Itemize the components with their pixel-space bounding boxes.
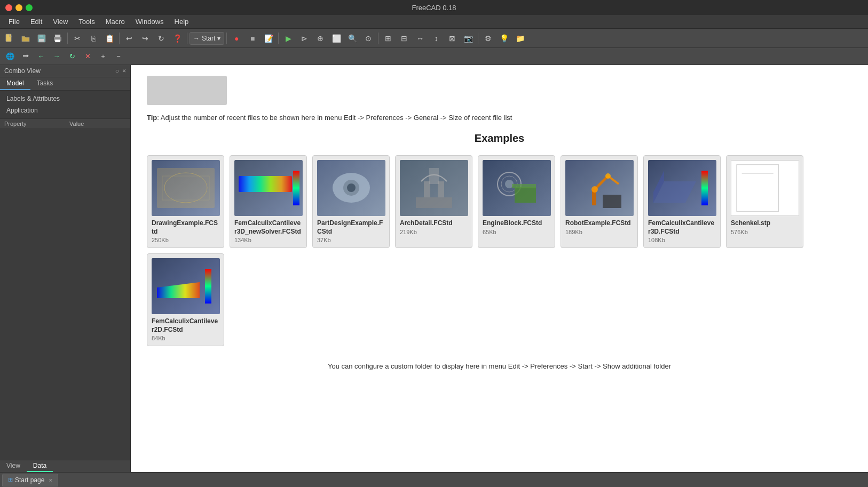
example-card[interactable]: DrawingExample.FCStd250Kb <box>147 155 224 248</box>
sidebar-item-application[interactable]: Application <box>0 105 130 116</box>
sidebar-tabs: Model Tasks <box>0 77 130 91</box>
sidebar-item-labels[interactable]: Labels & Attributes <box>0 93 130 105</box>
minimize-button[interactable] <box>15 4 22 11</box>
toolbar-separator-1 <box>67 33 68 44</box>
menu-tools[interactable]: Tools <box>74 17 99 27</box>
example-card[interactable]: RobotExample.FCStd189Kb <box>561 155 638 248</box>
menu-help[interactable]: Help <box>170 17 193 27</box>
menu-edit[interactable]: Edit <box>26 17 46 27</box>
tab-data[interactable]: Data <box>27 460 53 472</box>
print-button[interactable] <box>50 31 65 46</box>
start-page-tab[interactable]: ⊞ Start page × <box>2 474 58 486</box>
example-name: EngineBlock.FCStd <box>483 219 550 228</box>
nav-forward-button[interactable]: ⮕ <box>19 50 33 63</box>
svg-rect-23 <box>429 168 439 184</box>
example-card[interactable]: Schenkel.stp576Kb <box>726 155 803 248</box>
fit-all-button[interactable]: ⊞ <box>381 31 396 46</box>
start-page-close-button[interactable]: × <box>49 477 52 483</box>
example-size: 65Kb <box>483 229 550 235</box>
refresh-button[interactable]: ↻ <box>154 31 169 46</box>
nav-next-button[interactable]: → <box>50 50 64 63</box>
save-button[interactable] <box>34 31 49 46</box>
title-bar: FreeCAD 0.18 <box>0 0 868 15</box>
svg-rect-5 <box>55 35 60 37</box>
undo-button[interactable]: ↩ <box>122 31 137 46</box>
combo-close-button[interactable]: × <box>122 67 126 75</box>
light-button[interactable]: 💡 <box>496 31 511 46</box>
example-card[interactable]: FemCalculixCantilever3D_newSolver.FCStd1… <box>230 155 307 248</box>
fit-sel-button[interactable]: ⊟ <box>397 31 412 46</box>
property-panel: Property Value <box>0 118 130 460</box>
example-size: 37Kb <box>317 237 385 243</box>
window-title: FreeCAD 0.18 <box>412 4 456 12</box>
example-card[interactable]: FemCalculixCantilever3D.FCStd108Kb <box>643 155 721 248</box>
record-button[interactable]: ● <box>229 31 244 46</box>
sidebar: Combo View ○ × Model Tasks Labels & Attr… <box>0 65 131 472</box>
start-page-icon: ⊞ <box>8 476 13 483</box>
menu-macro[interactable]: Macro <box>101 17 129 27</box>
window-controls[interactable] <box>5 4 33 11</box>
view-top-button[interactable]: ⊠ <box>445 31 460 46</box>
maximize-button[interactable] <box>26 4 33 11</box>
what-this-button[interactable]: ❓ <box>170 31 185 46</box>
cut-button[interactable]: ✂ <box>70 31 85 46</box>
svg-rect-6 <box>55 39 60 42</box>
nav-minus-button[interactable]: − <box>112 50 125 63</box>
nav-add-button[interactable]: + <box>96 50 110 63</box>
example-thumbnail <box>317 160 385 216</box>
value-col-label: Value <box>65 119 130 129</box>
workbench-selector[interactable]: → Start ▾ <box>190 32 224 45</box>
play-button[interactable]: ▶ <box>281 31 296 46</box>
example-size: 84Kb <box>152 335 219 341</box>
menu-file[interactable]: File <box>4 17 24 27</box>
tab-model[interactable]: Model <box>0 77 30 90</box>
settings-button[interactable]: ⚙ <box>480 31 495 46</box>
example-thumbnail <box>483 160 551 216</box>
example-size: 576Kb <box>731 229 799 235</box>
combo-view-title: Combo View <box>4 67 41 75</box>
recent-files-placeholder <box>147 76 227 105</box>
examples-title: Examples <box>147 132 852 145</box>
svg-point-36 <box>605 173 611 179</box>
paste-button[interactable]: 📋 <box>102 31 117 46</box>
step-over-button[interactable]: ⊕ <box>313 31 328 46</box>
zoom-button[interactable]: 🔍 <box>345 31 360 46</box>
copy-button[interactable]: ⎘ <box>86 31 101 46</box>
macro-button[interactable]: 📝 <box>261 31 276 46</box>
example-name: DrawingExample.FCStd <box>152 219 219 236</box>
orbit-button[interactable]: ⊙ <box>361 31 376 46</box>
screenshot-button[interactable]: 📷 <box>461 31 476 46</box>
new-file-button[interactable] <box>2 31 17 46</box>
view-side-button[interactable]: ↕ <box>429 31 444 46</box>
example-name: FemCalculixCantilever2D.FCStd <box>152 317 219 334</box>
svg-rect-46 <box>205 269 211 304</box>
svg-point-35 <box>591 186 598 193</box>
example-card[interactable]: ArchDetail.FCStd219Kb <box>395 155 472 248</box>
close-button[interactable] <box>5 4 12 11</box>
tab-tasks[interactable]: Tasks <box>30 77 60 90</box>
folder-button[interactable]: 📁 <box>512 31 527 46</box>
step-button[interactable]: ⊳ <box>297 31 312 46</box>
tab-view[interactable]: View <box>0 460 27 472</box>
footer-tip: You can configure a custom folder to dis… <box>147 362 852 370</box>
example-card[interactable]: PartDesignExample.FCStd37Kb <box>312 155 390 248</box>
combo-float-button[interactable]: ○ <box>115 67 119 75</box>
toolbar-separator-2 <box>119 33 120 44</box>
nav-back-button[interactable]: ← <box>34 50 48 63</box>
example-card[interactable]: FemCalculixCantilever2D.FCStd84Kb <box>147 253 224 346</box>
nav-globe-button[interactable]: 🌐 <box>3 50 17 63</box>
menu-view[interactable]: View <box>49 17 72 27</box>
open-file-button[interactable] <box>18 31 33 46</box>
menu-windows[interactable]: Windows <box>131 17 168 27</box>
nav-reload-button[interactable]: ↻ <box>65 50 79 63</box>
redo-button[interactable]: ↪ <box>138 31 153 46</box>
property-col-label: Property <box>0 119 65 129</box>
view-3d-button[interactable]: ⬜ <box>329 31 344 46</box>
nav-stop-button[interactable]: ✕ <box>81 50 94 63</box>
example-name: PartDesignExample.FCStd <box>317 219 385 236</box>
svg-rect-31 <box>603 195 621 208</box>
stop-button[interactable]: ■ <box>245 31 260 46</box>
sidebar-items: Labels & Attributes Application <box>0 91 130 118</box>
view-front-button[interactable]: ↔ <box>413 31 428 46</box>
example-card[interactable]: EngineBlock.FCStd65Kb <box>478 155 555 248</box>
